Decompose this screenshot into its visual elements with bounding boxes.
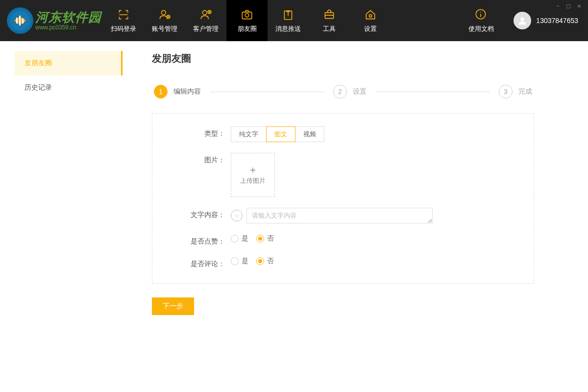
- text-content-input[interactable]: [246, 208, 433, 223]
- content-area: 发朋友圈 1 编辑内容 2 设置 3 完成 类型： 纯文字: [122, 41, 588, 392]
- type-option-image-text[interactable]: 图文: [266, 126, 295, 142]
- sidebar: 发朋友圈 历史记录: [0, 41, 122, 392]
- radio-label: 否: [267, 234, 274, 243]
- topbar-right: 使用文档 13037847653: [468, 0, 588, 41]
- watermark-line1: 河东软件园: [35, 11, 101, 24]
- step-label: 编辑内容: [173, 87, 201, 96]
- logo-area: 河东软件园 www.pc0359.cn: [5, 7, 103, 34]
- nav-settings[interactable]: 设置: [350, 0, 391, 41]
- step-3: 3 完成: [499, 85, 532, 98]
- nav-label: 扫码登录: [111, 24, 136, 33]
- row-like: 是否点赞： 是 否: [167, 234, 519, 246]
- scan-icon: [117, 8, 130, 22]
- label-like: 是否点赞：: [167, 234, 231, 246]
- step-number: 2: [333, 85, 347, 98]
- main-area: 发朋友圈 历史记录 发朋友圈 1 编辑内容 2 设置 3 完成: [0, 41, 588, 392]
- svg-rect-1: [16, 18, 18, 24]
- nav-tabs: 扫码登录 账号管理 客户管理 朋友圈 消息推送 工具 设置: [103, 0, 391, 41]
- sidebar-item-post-moments[interactable]: 发朋友圈: [15, 51, 122, 75]
- step-indicator: 1 编辑内容 2 设置 3 完成: [152, 85, 534, 98]
- nav-label: 朋友圈: [238, 24, 257, 33]
- radio-icon: [231, 257, 239, 265]
- upload-label: 上传图片: [240, 176, 266, 185]
- nav-moments[interactable]: 朋友圈: [226, 0, 268, 41]
- emoji-picker-button[interactable]: [231, 210, 243, 221]
- svg-rect-3: [22, 19, 24, 24]
- account-icon: [158, 8, 172, 22]
- svg-point-15: [235, 215, 236, 216]
- top-navbar: － □ × 河东软件园 www.pc0359.cn 扫码登录 账号管理 客户管理…: [0, 0, 588, 41]
- toolbox-icon: [322, 8, 336, 22]
- row-image: 图片： ＋ 上传图片: [167, 153, 519, 197]
- step-number: 1: [154, 85, 168, 98]
- svg-point-6: [203, 10, 207, 15]
- logo-icon: [7, 7, 33, 34]
- radio-label: 是: [242, 257, 248, 266]
- svg-rect-2: [19, 16, 21, 25]
- form-box: 类型： 纯文字 图文 视频 图片： ＋ 上传图片 文字内容：: [152, 113, 534, 284]
- label-type: 类型：: [167, 126, 231, 138]
- radio-icon: [231, 235, 239, 243]
- next-step-button[interactable]: 下一步: [152, 297, 194, 315]
- step-2: 2 设置: [333, 85, 367, 98]
- comment-no-radio[interactable]: 否: [256, 257, 274, 266]
- watermark-text: 河东软件园 www.pc0359.cn: [35, 11, 101, 30]
- house-gear-icon: [364, 8, 377, 22]
- radio-icon: [256, 235, 264, 243]
- nav-message-push[interactable]: 消息推送: [268, 0, 309, 41]
- step-label: 完成: [518, 87, 532, 96]
- nav-label: 客户管理: [193, 24, 219, 33]
- svg-point-9: [245, 13, 249, 17]
- watermark-line2: www.pc0359.cn: [35, 24, 101, 30]
- page-title: 发朋友圈: [152, 52, 564, 65]
- svg-point-14: [521, 18, 524, 21]
- sidebar-item-label: 历史记录: [24, 83, 52, 92]
- row-type: 类型： 纯文字 图文 视频: [167, 126, 519, 142]
- label-comment: 是否评论：: [167, 257, 231, 269]
- nav-label: 设置: [364, 24, 377, 33]
- nav-customer-manage[interactable]: 客户管理: [185, 0, 226, 41]
- type-option-video[interactable]: 视频: [295, 126, 324, 142]
- nav-account-manage[interactable]: 账号管理: [144, 0, 185, 41]
- docs-label: 使用文档: [468, 24, 494, 33]
- sidebar-item-history[interactable]: 历史记录: [15, 75, 122, 100]
- like-no-radio[interactable]: 否: [256, 234, 274, 243]
- plus-icon: ＋: [248, 165, 258, 174]
- radio-label: 否: [267, 257, 274, 266]
- label-text-content: 文字内容：: [167, 208, 231, 220]
- username[interactable]: 13037847653: [536, 17, 578, 24]
- customer-icon: [199, 8, 213, 22]
- row-text-content: 文字内容：: [167, 208, 519, 223]
- radio-label: 是: [242, 234, 248, 243]
- label-image: 图片：: [167, 153, 231, 165]
- row-comment: 是否评论： 是 否: [167, 257, 519, 269]
- nav-label: 消息推送: [275, 24, 301, 33]
- comment-yes-radio[interactable]: 是: [231, 257, 248, 266]
- nav-scan-login[interactable]: 扫码登录: [103, 0, 144, 41]
- radio-icon: [256, 257, 264, 265]
- nav-label: 账号管理: [152, 24, 177, 33]
- docs-icon: [474, 8, 488, 22]
- step-divider: [210, 92, 324, 92]
- avatar[interactable]: [514, 12, 531, 29]
- step-number: 3: [499, 85, 513, 98]
- type-option-text[interactable]: 纯文字: [231, 126, 267, 142]
- like-yes-radio[interactable]: 是: [231, 234, 248, 243]
- svg-point-4: [162, 10, 166, 15]
- step-1: 1 编辑内容: [154, 85, 201, 98]
- docs-link[interactable]: 使用文档: [468, 8, 494, 33]
- step-divider: [375, 92, 490, 92]
- share-icon: [281, 8, 295, 22]
- nav-label: 工具: [323, 24, 336, 33]
- nav-tools[interactable]: 工具: [309, 0, 350, 41]
- svg-point-16: [237, 215, 238, 216]
- sidebar-item-label: 发朋友圈: [24, 59, 52, 68]
- camera-icon: [240, 8, 254, 22]
- step-label: 设置: [353, 87, 367, 96]
- upload-image-button[interactable]: ＋ 上传图片: [231, 153, 275, 197]
